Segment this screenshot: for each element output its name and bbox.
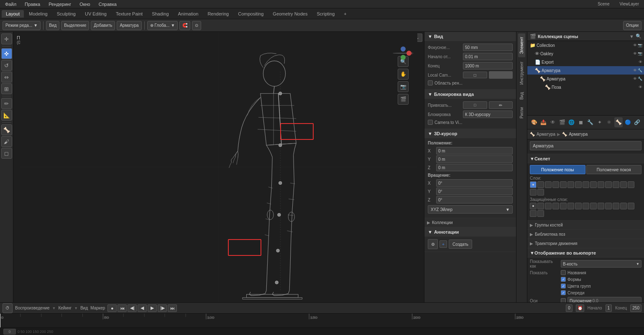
layer-0[interactable]	[530, 181, 537, 188]
tab-animation[interactable]: Animation	[174, 10, 203, 18]
prop-world-icon[interactable]: 🌐	[567, 117, 576, 127]
prop-particles-icon[interactable]: ✦	[595, 117, 604, 127]
protected-layer-9[interactable]	[598, 203, 604, 209]
menu-file[interactable]: Файл	[3, 2, 18, 7]
outliner-item-armature[interactable]: 🦴 Арматура 👁 🔧	[527, 66, 644, 75]
layer-3[interactable]	[552, 181, 559, 188]
tool-bone[interactable]: 🦴	[1, 124, 12, 135]
menu-edit[interactable]: Правка	[23, 2, 42, 7]
bone-groups-header[interactable]: ▶ Группы костей	[527, 221, 644, 230]
pose-eye-icon[interactable]: 👁	[639, 85, 642, 89]
annotation-add-btn[interactable]: +	[440, 240, 447, 248]
pivot-dropdown[interactable]: ⊕ Глоба... ▼	[147, 21, 178, 30]
layer-8[interactable]	[590, 181, 597, 188]
prev-keyframe-btn[interactable]: ◀|	[128, 304, 137, 312]
prop-scene-icon[interactable]: 🎬	[558, 117, 566, 127]
gizmo-camera-btn[interactable]: 📷	[398, 81, 409, 92]
side-tab-element[interactable]: Элемент	[518, 34, 525, 57]
start-frame-field[interactable]: 1	[606, 304, 612, 312]
protected-layer-0[interactable]	[530, 203, 537, 209]
position-select[interactable]: Положение 0.0	[567, 297, 641, 302]
create-btn[interactable]: Создать	[449, 240, 472, 249]
block-view-header[interactable]: ▼ Блокировка вида	[424, 90, 516, 99]
front-checkbox[interactable]	[561, 290, 566, 295]
shapes-checkbox[interactable]	[561, 277, 566, 282]
layer-11[interactable]	[613, 181, 619, 188]
jump-start-btn[interactable]: ⏮	[118, 304, 127, 312]
tab-add[interactable]: +	[340, 10, 350, 18]
layer-2[interactable]	[545, 181, 552, 188]
tab-uv-editing[interactable]: UV Editing	[81, 10, 111, 18]
collection-eye-icon[interactable]: 👁	[633, 43, 637, 47]
gizmo-hand-btn[interactable]: ✋	[398, 69, 409, 80]
tool-eraser[interactable]: ◻	[1, 148, 12, 159]
outliner-item-armature2[interactable]: 🦴 Арматура 👁 🔧	[527, 75, 644, 83]
overlay-options[interactable]: Опции	[623, 21, 641, 30]
end-frame-field[interactable]: 250	[630, 304, 641, 312]
keyframe-dot-btn[interactable]: ●	[107, 304, 117, 312]
protected-layer-14[interactable]	[530, 210, 537, 217]
viewport-3d[interactable]: Пользовательская перспектива (0) Арматур…	[13, 32, 424, 302]
cursor-x-field[interactable]: 0 m	[436, 147, 513, 155]
timeline-ruler[interactable]: 0 50 100 150 200 250	[0, 314, 644, 327]
side-tab-view[interactable]: Вид	[518, 89, 525, 103]
jump-end-btn[interactable]: ⏭	[168, 304, 177, 312]
menu-render[interactable]: Рендеринг	[47, 2, 73, 7]
playback-menu[interactable]: Воспроизведение	[15, 306, 50, 310]
tab-modeling[interactable]: Modeling	[25, 10, 52, 18]
select-menu[interactable]: Выделение	[61, 21, 89, 30]
tool-cursor[interactable]: ✛	[1, 34, 12, 44]
protected-layer-10[interactable]	[605, 203, 612, 209]
layer-10[interactable]	[605, 181, 612, 188]
viewlayer-selector[interactable]: ViewLayer	[618, 2, 641, 6]
cursor-y-field[interactable]: 0 m	[436, 155, 513, 163]
tab-compositing[interactable]: Compositing	[234, 10, 268, 18]
layer-14[interactable]	[530, 189, 537, 196]
armature2-eye-icon[interactable]: 👁	[633, 77, 637, 81]
oakley-camera-icon[interactable]: 📷	[638, 52, 642, 56]
cursor-z-field[interactable]: 0 m	[436, 164, 513, 171]
cursor-ry-field[interactable]: 0°	[436, 188, 513, 195]
play-reverse-btn[interactable]: ◀	[138, 304, 147, 312]
layer-12[interactable]	[620, 181, 627, 188]
tool-move[interactable]: ✜	[1, 48, 12, 59]
far-value[interactable]: 1000 m	[463, 62, 513, 70]
protected-layer-1[interactable]	[537, 203, 544, 209]
layer-13[interactable]	[628, 181, 634, 188]
outliner-item-pose[interactable]: 🦴 Поза 👁	[527, 83, 644, 91]
protected-layer-7[interactable]	[583, 203, 589, 209]
focal-value[interactable]: 50 mm	[463, 44, 513, 51]
annotations-header[interactable]: ▼ Аннотации	[424, 227, 516, 237]
near-value[interactable]: 0.01 m	[463, 53, 513, 60]
protected-layer-12[interactable]	[620, 203, 627, 209]
names-checkbox[interactable]	[561, 270, 566, 275]
layer-5[interactable]	[567, 181, 574, 188]
view-menu-tl[interactable]: Вид	[80, 306, 88, 310]
layer-9[interactable]	[598, 181, 604, 188]
collection-render-icon[interactable]: 📷	[638, 43, 642, 47]
protected-layer-4[interactable]	[560, 203, 567, 209]
tab-texture-paint[interactable]: Texture Paint	[112, 10, 147, 18]
snapping-btn[interactable]: 🧲	[179, 21, 190, 30]
cursor-rz-field[interactable]: 0°	[436, 196, 513, 204]
bind-icon[interactable]: ✏	[489, 101, 513, 109]
current-frame-display[interactable]: 0	[566, 304, 572, 312]
bind-value[interactable]: □	[463, 101, 487, 109]
tab-geometry-nodes[interactable]: Geometry Nodes	[268, 10, 312, 18]
prop-modifier-icon[interactable]: 🔧	[586, 117, 595, 127]
protected-layer-13[interactable]	[628, 203, 634, 209]
side-tab-tool[interactable]: Инструмент	[518, 58, 525, 88]
tool-measure[interactable]: 📐	[1, 110, 12, 121]
armature-name-field[interactable]: Арматура	[530, 141, 641, 150]
armature-extra-icon[interactable]: 🔧	[638, 68, 642, 72]
bone-colors-checkbox[interactable]	[561, 283, 566, 289]
annotation-icon-btn[interactable]: ⚙	[428, 239, 438, 249]
layer-1[interactable]	[537, 181, 544, 188]
armature-eye-icon[interactable]: 👁	[633, 68, 637, 72]
outliner-item-oakley[interactable]: 👁 Oakley 👁 📷	[527, 49, 644, 58]
prop-data-icon[interactable]: 🦴	[614, 117, 623, 127]
oakley-eye-icon[interactable]: 👁	[633, 52, 637, 56]
protected-layer-5[interactable]	[567, 203, 574, 209]
tab-scripting[interactable]: Scripting	[312, 10, 339, 18]
rotation-mode-dropdown[interactable]: XYZ Эйлер ▼	[428, 205, 513, 214]
